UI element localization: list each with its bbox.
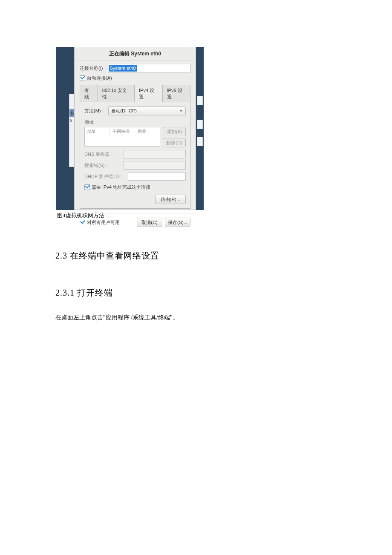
- auto-connect-checkbox[interactable]: [80, 75, 85, 81]
- auto-connect-label: 自动连接(A): [87, 75, 112, 81]
- add-address-button[interactable]: 添加(A): [163, 127, 186, 136]
- chevron-down-icon: [179, 110, 183, 112]
- address-table[interactable]: 地址 子网掩码 网关: [84, 127, 160, 147]
- dns-label: DNS 服务器：: [84, 151, 121, 158]
- heading-2-3-1: 2.3.1 打开终端: [55, 287, 337, 299]
- tab-wired[interactable]: 有线: [80, 85, 98, 102]
- heading-2-3: 2.3 在终端中查看网络设置: [55, 250, 337, 262]
- method-value: 自动(DHCP): [111, 108, 137, 114]
- connection-name-label: 连接名称(I): [80, 65, 103, 72]
- bg-char: 名: [70, 110, 74, 116]
- dialog-title: 正在编辑 System eth0: [75, 47, 196, 60]
- tab-ipv4[interactable]: IPv4 设置: [134, 85, 162, 102]
- tab-ipv6[interactable]: IPv6 设置: [162, 85, 190, 102]
- require-ipv4-label: 需要 IPv4 地址完成这个连接: [92, 184, 150, 190]
- paragraph-open-terminal: 在桌面左上角点击"应用程序 /系统工具/终端"。: [55, 314, 337, 322]
- routes-button[interactable]: 路由(R)...: [155, 195, 186, 204]
- background-window-slivers-right: [197, 96, 203, 154]
- col-netmask: 子网掩码: [110, 127, 135, 136]
- method-label: 方法(M)：: [84, 108, 106, 114]
- connection-name-value: System eth0: [109, 65, 136, 72]
- method-combo[interactable]: 自动(DHCP): [108, 106, 186, 115]
- dhcp-client-id-input[interactable]: [128, 172, 186, 181]
- delete-address-button[interactable]: 删除(D): [163, 138, 186, 147]
- search-domain-label: 搜索域(S)：: [84, 162, 121, 169]
- address-section-label: 地址: [84, 119, 186, 125]
- dialog-footer: 对所有用户可用 取消(C) 保存(S)...: [75, 213, 196, 231]
- ipv4-panel: 方法(M)： 自动(DHCP) 地址 地址 子网掩码 网关: [80, 102, 190, 209]
- col-gateway: 网关: [135, 127, 160, 136]
- search-domain-input[interactable]: [124, 161, 186, 170]
- connection-name-input[interactable]: System eth0: [108, 64, 190, 72]
- col-address: 地址: [85, 127, 110, 136]
- tabs: 有线 802.1x 安全性 IPv4 设置 IPv6 设置: [80, 85, 190, 102]
- all-users-checkbox[interactable]: [80, 220, 85, 225]
- save-button[interactable]: 保存(S)...: [165, 218, 190, 227]
- require-ipv4-checkbox[interactable]: [84, 184, 90, 190]
- cancel-button[interactable]: 取消(C): [137, 218, 162, 227]
- address-table-header: 地址 子网掩码 网关: [85, 127, 160, 136]
- tab-8021x[interactable]: 802.1x 安全性: [98, 85, 135, 102]
- figure-screenshot: 名 S 正在编辑 System eth0 连接名称(I) System eth0…: [56, 47, 204, 210]
- dhcp-client-id-label: DHCP 客户端 ID：: [84, 173, 125, 180]
- all-users-label: 对所有用户可用: [87, 219, 120, 226]
- bg-char: S: [70, 118, 72, 123]
- network-edit-dialog: 正在编辑 System eth0 连接名称(I) System eth0 自动连…: [74, 47, 196, 210]
- dns-input[interactable]: [124, 150, 186, 158]
